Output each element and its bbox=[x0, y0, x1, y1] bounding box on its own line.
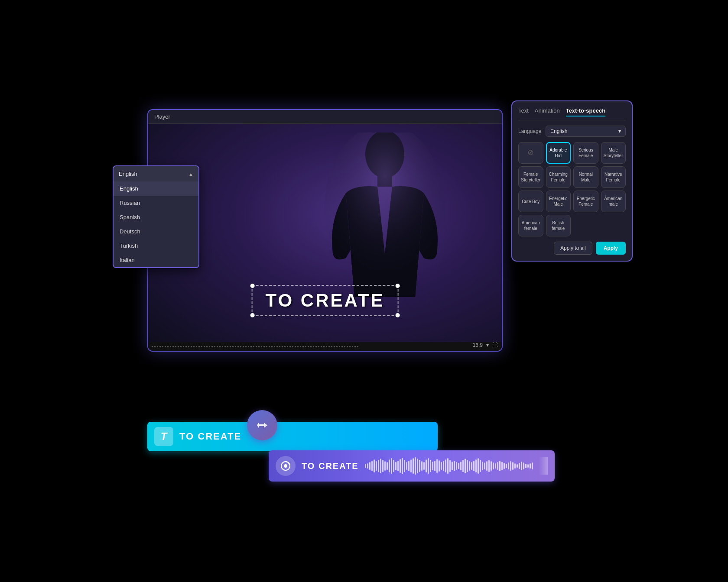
waveform-bar bbox=[454, 461, 455, 471]
waveform-bar bbox=[527, 464, 529, 468]
waveform-bar bbox=[417, 459, 418, 473]
handle-br[interactable] bbox=[395, 313, 400, 317]
tts-language-select[interactable]: English ▾ bbox=[546, 126, 626, 137]
tts-tabs: Text Animation Text-to-speech bbox=[518, 107, 626, 120]
waveform-bar bbox=[497, 462, 498, 470]
player-title: Player bbox=[148, 110, 502, 124]
waveform-bar bbox=[397, 461, 399, 471]
aspect-ratio[interactable]: 16:9 bbox=[473, 342, 483, 348]
voice-item-american-female[interactable]: American female bbox=[518, 215, 543, 236]
waveform-bar bbox=[452, 462, 453, 470]
voice-item-female-storyteller[interactable]: Female Storyteller bbox=[518, 166, 543, 188]
voice-item-muted[interactable]: ⊘ bbox=[518, 142, 543, 164]
waveform-bar bbox=[415, 457, 416, 475]
chevron-down-icon: ▾ bbox=[618, 128, 621, 134]
waveform bbox=[365, 457, 533, 475]
waveform-bar bbox=[519, 463, 520, 469]
waveform-bar bbox=[475, 459, 477, 472]
waveform-bar bbox=[410, 459, 412, 472]
waveform-bar bbox=[447, 458, 448, 474]
waveform-bar bbox=[376, 461, 377, 471]
video-area: TO CREATE 16:9 ▾ ⛶ bbox=[148, 124, 502, 351]
text-track-label: TO CREATE bbox=[179, 431, 241, 442]
handle-bl[interactable] bbox=[250, 313, 255, 317]
voice-item-british-female[interactable]: British female bbox=[546, 215, 571, 236]
waveform-bar bbox=[473, 461, 474, 471]
svg-point-4 bbox=[284, 464, 287, 468]
waveform-bar bbox=[491, 461, 492, 471]
video-text-overlay[interactable]: TO CREATE bbox=[252, 285, 399, 316]
voice-item-cute-boy[interactable]: Cute Boy bbox=[518, 191, 543, 212]
dropdown-header[interactable]: English ▲ bbox=[114, 166, 198, 181]
waveform-bar bbox=[395, 462, 396, 470]
waveform-bar bbox=[530, 463, 531, 469]
waveform-bar bbox=[434, 461, 436, 471]
waveform-bar bbox=[421, 461, 422, 471]
tab-text-to-speech[interactable]: Text-to-speech bbox=[566, 107, 606, 116]
waveform-bar bbox=[365, 464, 366, 468]
handle-tr[interactable] bbox=[395, 284, 400, 288]
waveform-bar bbox=[499, 461, 500, 471]
dropdown-item-italian[interactable]: Italian bbox=[114, 253, 198, 267]
waveform-bar bbox=[501, 462, 503, 470]
waveform-bar bbox=[478, 458, 479, 474]
dropdown-item-deutsch[interactable]: Deutsch bbox=[114, 224, 198, 239]
voice-item-energetic-male[interactable]: Energetic Male bbox=[546, 191, 571, 212]
voice-item-normal-male[interactable]: Normal Male bbox=[573, 166, 598, 188]
tts-language-row: Language English ▾ bbox=[518, 126, 626, 137]
voice-item-narrative-female[interactable]: Narrative Female bbox=[601, 166, 626, 188]
dropdown-item-spanish[interactable]: Spanish bbox=[114, 210, 198, 224]
dropdown-item-turkish[interactable]: Turkish bbox=[114, 239, 198, 253]
waveform-bar bbox=[525, 464, 526, 468]
waveform-bar bbox=[441, 462, 442, 470]
voice-item-male-storyteller[interactable]: Male Storyteller bbox=[601, 142, 626, 164]
dropdown-item-russian[interactable]: Russian bbox=[114, 196, 198, 210]
waveform-bar bbox=[493, 462, 494, 469]
waveform-bar bbox=[426, 459, 427, 472]
waveform-bar bbox=[532, 462, 533, 469]
apply-to-all-button[interactable]: Apply to all bbox=[554, 242, 592, 255]
waveform-bar bbox=[408, 461, 410, 471]
waveform-bar bbox=[460, 462, 462, 470]
waveform-bar bbox=[508, 462, 509, 469]
mute-icon: ⊘ bbox=[527, 148, 534, 158]
tab-text[interactable]: Text bbox=[518, 107, 529, 116]
waveform-bar bbox=[404, 460, 405, 472]
fullscreen-icon[interactable]: ⛶ bbox=[492, 342, 497, 348]
voice-item-adorable-girl[interactable]: Adorable Girl bbox=[546, 142, 571, 164]
svg-point-2 bbox=[324, 133, 445, 297]
waveform-bar bbox=[423, 462, 425, 470]
waveform-bar bbox=[384, 461, 386, 471]
audio-icon bbox=[276, 456, 296, 476]
tts-panel: Text Animation Text-to-speech Language E… bbox=[511, 100, 633, 262]
waveform-end bbox=[539, 457, 548, 475]
handle-tl[interactable] bbox=[250, 284, 255, 288]
waveform-bar bbox=[430, 460, 431, 472]
waveform-bar bbox=[512, 462, 514, 470]
waveform-bar bbox=[389, 459, 390, 472]
waveform-bar bbox=[374, 459, 375, 472]
player-window: Player bbox=[147, 109, 503, 352]
waveform-bar bbox=[462, 460, 464, 472]
language-label: Language bbox=[518, 128, 542, 134]
waveform-bar bbox=[391, 458, 392, 474]
voice-item-energetic-female[interactable]: Energetic Female bbox=[573, 191, 598, 212]
waveform-bar bbox=[467, 460, 468, 472]
chevron-down-icon[interactable]: ▾ bbox=[486, 342, 489, 348]
waveform-bar bbox=[378, 460, 379, 472]
waveform-bar bbox=[465, 459, 466, 473]
waveform-bar bbox=[510, 461, 511, 471]
voice-item-charming-female[interactable]: Charming Female bbox=[546, 166, 571, 188]
waveform-bar bbox=[369, 462, 370, 470]
tab-animation[interactable]: Animation bbox=[535, 107, 560, 116]
waveform-bar bbox=[495, 463, 496, 469]
waveform-bar bbox=[419, 460, 420, 472]
dropdown-selected-value: English bbox=[119, 171, 137, 177]
apply-button[interactable]: Apply bbox=[596, 242, 626, 255]
convert-button[interactable] bbox=[247, 410, 277, 440]
voice-item-serious-female[interactable]: Serious Female bbox=[573, 142, 598, 164]
voice-item-american-male[interactable]: American male bbox=[601, 191, 626, 212]
dropdown-item-english[interactable]: English bbox=[114, 181, 198, 196]
language-dropdown[interactable]: English ▲ English Russian Spanish Deutsc… bbox=[113, 165, 199, 268]
music-icon bbox=[280, 460, 291, 472]
